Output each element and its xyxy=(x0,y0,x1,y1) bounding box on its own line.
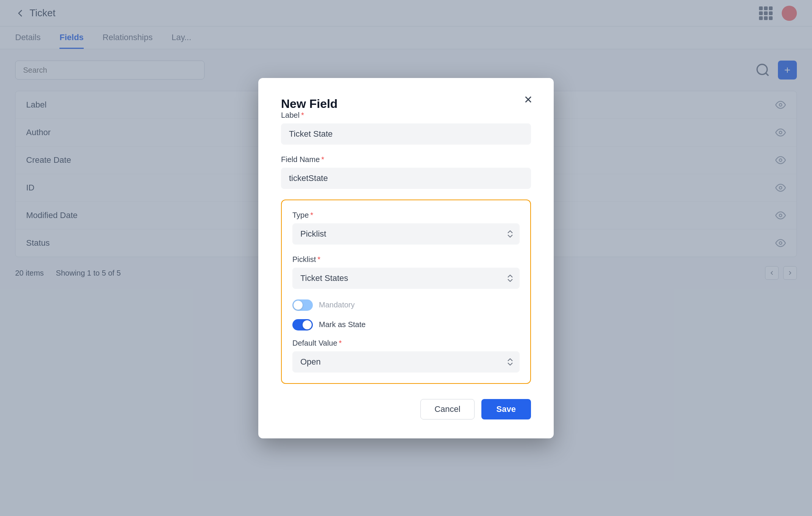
picklist-select-wrap: Ticket States xyxy=(292,268,520,289)
default-value-form-group: Default Value * Open xyxy=(292,339,520,373)
default-value-select[interactable]: Open xyxy=(292,351,520,373)
type-select[interactable]: Picklist xyxy=(292,223,520,245)
required-star: * xyxy=(321,155,324,164)
default-value-select-wrap: Open xyxy=(292,351,520,373)
type-label: Type * xyxy=(292,211,520,220)
picklist-label: Picklist * xyxy=(292,255,520,264)
save-button[interactable]: Save xyxy=(481,399,531,419)
modal-overlay: New Field ✕ Label * Field Name * Type xyxy=(0,0,812,516)
mark-as-state-toggle[interactable] xyxy=(292,319,313,330)
new-field-modal: New Field ✕ Label * Field Name * Type xyxy=(258,78,554,438)
mark-as-state-toggle-row: Mark as State xyxy=(292,319,520,330)
cancel-button[interactable]: Cancel xyxy=(420,399,474,419)
field-name-input[interactable] xyxy=(281,168,531,189)
label-field-label: Label * xyxy=(281,111,531,120)
modal-close-button[interactable]: ✕ xyxy=(521,93,535,107)
label-form-group: Label * xyxy=(281,111,531,145)
modal-footer: Cancel Save xyxy=(281,399,531,419)
picklist-select[interactable]: Ticket States xyxy=(292,268,520,289)
mandatory-toggle-row: Mandatory xyxy=(292,299,520,311)
label-input[interactable] xyxy=(281,123,531,145)
type-section: Type * Picklist Picklist * xyxy=(281,200,531,384)
mandatory-label: Mandatory xyxy=(319,301,355,309)
mark-as-state-label: Mark as State xyxy=(319,320,365,329)
field-name-form-group: Field Name * xyxy=(281,155,531,189)
toggle-knob xyxy=(303,320,312,329)
toggle-knob xyxy=(294,301,303,310)
type-form-group: Type * Picklist xyxy=(292,211,520,245)
default-value-label: Default Value * xyxy=(292,339,520,348)
picklist-form-group: Picklist * Ticket States xyxy=(292,255,520,289)
field-name-label: Field Name * xyxy=(281,155,531,164)
modal-title: New Field xyxy=(281,97,337,111)
required-star: * xyxy=(310,211,313,220)
type-select-wrap: Picklist xyxy=(292,223,520,245)
mandatory-toggle[interactable] xyxy=(292,299,313,311)
required-star: * xyxy=(317,255,320,264)
required-star: * xyxy=(339,339,342,348)
required-star: * xyxy=(301,111,304,120)
